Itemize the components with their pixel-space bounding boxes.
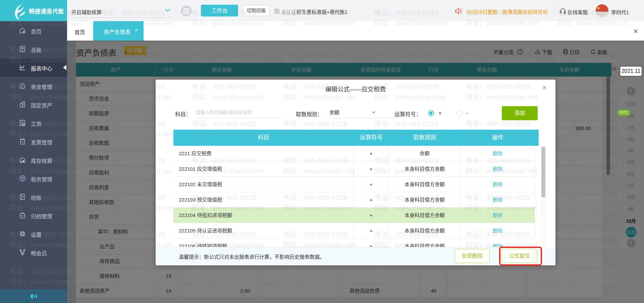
svg-text:¥: ¥ — [22, 49, 23, 52]
svg-text:¥: ¥ — [21, 140, 23, 143]
svg-text:税: 税 — [21, 177, 24, 180]
svg-text:¥: ¥ — [21, 85, 23, 88]
svg-text:¥: ¥ — [23, 196, 24, 198]
